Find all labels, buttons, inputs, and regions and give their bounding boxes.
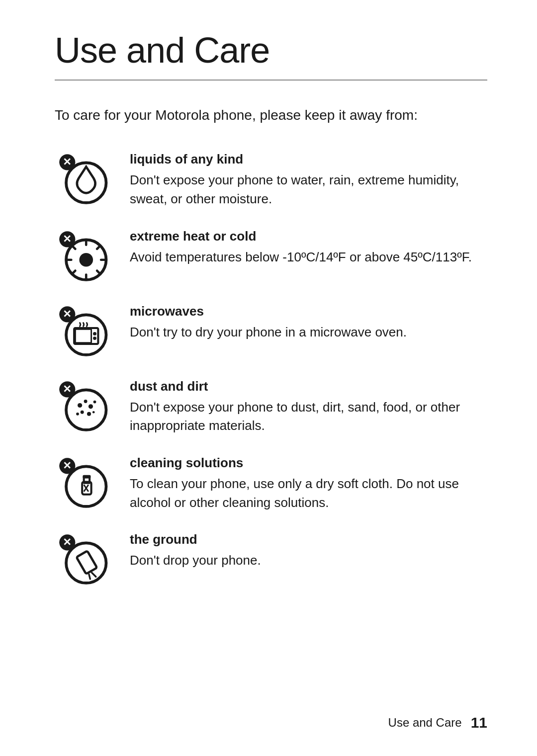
- svg-point-20: [93, 332, 96, 336]
- care-item-liquids: ✕ liquids of any kind Don't expose your …: [55, 150, 487, 208]
- care-item-ground: ✕ the ground Don't drop your phone.: [55, 530, 487, 587]
- item-title-liquids: liquids of any kind: [130, 152, 487, 167]
- page-footer: Use and Care 11: [388, 714, 487, 731]
- icon-liquids: ✕: [55, 150, 112, 207]
- svg-point-28: [81, 410, 84, 414]
- item-title-dust: dust and dirt: [130, 379, 487, 394]
- care-item-cleaning: ✕ cleaning solutions To clean your phone…: [55, 453, 487, 512]
- item-text-heat: extreme heat or cold Avoid temperatures …: [130, 227, 487, 267]
- item-title-heat: extreme heat or cold: [130, 229, 487, 244]
- item-text-microwaves: microwaves Don't try to dry your phone i…: [130, 302, 487, 342]
- item-text-ground: the ground Don't drop your phone.: [130, 530, 487, 570]
- svg-point-29: [87, 412, 91, 416]
- icon-cleaning: ✕: [55, 453, 112, 510]
- svg-point-43: [66, 543, 106, 584]
- item-title-microwaves: microwaves: [130, 304, 487, 319]
- svg-point-25: [78, 403, 82, 407]
- item-desc-dust: Don't expose your phone to dust, dirt, s…: [130, 398, 487, 435]
- svg-point-24: [66, 390, 106, 430]
- svg-rect-38: [83, 475, 90, 479]
- care-items-list: ✕ liquids of any kind Don't expose your …: [55, 150, 487, 587]
- svg-line-12: [97, 270, 100, 273]
- item-desc-microwaves: Don't try to dry your phone in a microwa…: [130, 323, 487, 342]
- item-text-dust: dust and dirt Don't expose your phone to…: [130, 377, 487, 435]
- icon-dust: ✕: [55, 377, 112, 434]
- item-desc-heat: Avoid temperatures below -10ºC/14ºF or a…: [130, 248, 487, 267]
- icon-microwaves: ✕: [55, 302, 112, 359]
- svg-point-26: [84, 400, 88, 403]
- svg-text:✕: ✕: [63, 156, 72, 168]
- care-item-dust: ✕ dust and dirt Don't expose your phone …: [55, 377, 487, 435]
- svg-text:✕: ✕: [63, 537, 72, 548]
- svg-line-45: [92, 573, 96, 577]
- svg-line-46: [89, 575, 90, 579]
- intro-text: To care for your Motorola phone, please …: [55, 105, 487, 125]
- svg-text:✕: ✕: [63, 308, 72, 320]
- svg-line-11: [73, 246, 76, 249]
- svg-point-17: [66, 315, 106, 355]
- svg-rect-18: [74, 328, 98, 343]
- item-title-cleaning: cleaning solutions: [130, 455, 487, 471]
- svg-rect-44: [77, 551, 97, 575]
- page-title: Use and Care: [55, 30, 487, 71]
- icon-heat: ✕: [55, 227, 112, 284]
- footer-page-number: 11: [471, 714, 487, 731]
- svg-point-30: [93, 400, 96, 403]
- item-text-cleaning: cleaning solutions To clean your phone, …: [130, 453, 487, 512]
- item-text-liquids: liquids of any kind Don't expose your ph…: [130, 150, 487, 208]
- svg-point-27: [89, 404, 93, 409]
- item-desc-liquids: Don't expose your phone to water, rain, …: [130, 171, 487, 208]
- svg-text:✕: ✕: [63, 383, 72, 395]
- care-item-heat: ✕ extreme heat or cold Avoid temperature: [55, 227, 487, 284]
- svg-point-6: [79, 252, 93, 266]
- svg-line-13: [97, 246, 100, 249]
- title-divider: [55, 80, 487, 81]
- svg-point-32: [92, 411, 95, 414]
- svg-text:✕: ✕: [63, 233, 72, 245]
- item-title-ground: the ground: [130, 532, 487, 547]
- svg-point-21: [93, 336, 96, 340]
- svg-point-31: [76, 412, 79, 415]
- svg-text:✕: ✕: [63, 460, 72, 471]
- care-item-microwaves: ✕ microwaves Don't try to dry: [55, 302, 487, 359]
- svg-point-35: [66, 466, 106, 506]
- svg-rect-19: [75, 329, 91, 343]
- item-desc-ground: Don't drop your phone.: [130, 551, 487, 570]
- item-desc-cleaning: To clean your phone, use only a dry soft…: [130, 475, 487, 512]
- svg-line-14: [73, 270, 76, 273]
- footer-label: Use and Care: [388, 716, 462, 730]
- icon-ground: ✕: [55, 530, 112, 587]
